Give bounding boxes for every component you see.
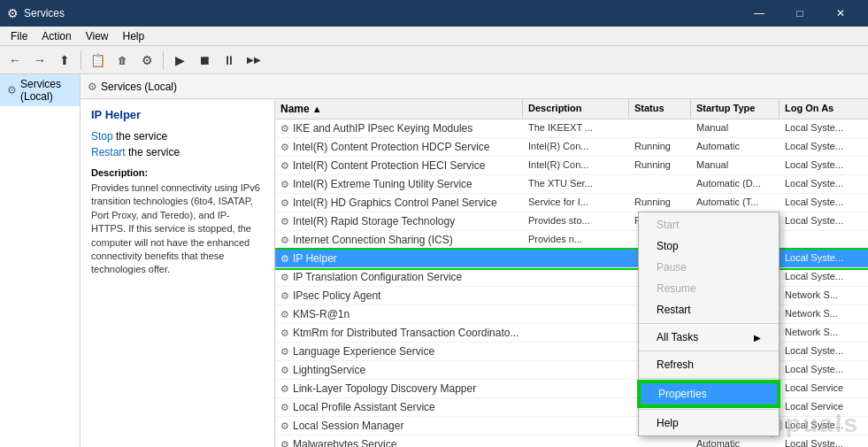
context-menu-item-label: Stop <box>657 240 679 252</box>
table-row[interactable]: ⚙ Intel(R) Content Protection HECI Servi… <box>275 157 868 175</box>
stop-link[interactable]: Stop <box>91 130 113 143</box>
close-button[interactable]: ✕ <box>820 0 861 27</box>
menu-file[interactable]: File <box>4 28 35 44</box>
desc-text: Provides tunnel connectivity using IPv6 … <box>91 181 264 277</box>
minimize-button[interactable]: — <box>739 0 780 27</box>
forward-button[interactable]: → <box>28 50 51 71</box>
col-desc-header[interactable]: Description <box>523 99 629 119</box>
service-icon: ⚙ <box>280 197 289 209</box>
up-button[interactable]: ⬆ <box>53 50 76 71</box>
service-icon: ⚙ <box>280 328 289 339</box>
context-menu-item-resume: Resume <box>639 278 779 299</box>
title-bar-title: Services <box>24 7 65 19</box>
service-icon: ⚙ <box>280 142 289 153</box>
context-menu-item-help[interactable]: Help <box>639 412 779 434</box>
tree-item-label: Services (Local) <box>20 78 73 103</box>
service-row-desc <box>523 268 629 286</box>
restart-link[interactable]: Restart <box>91 146 126 158</box>
service-row-logon <box>780 231 868 249</box>
menu-help[interactable]: Help <box>116 28 152 44</box>
context-menu-item-refresh[interactable]: Refresh <box>639 354 779 375</box>
service-row-name: IP Helper <box>293 252 337 265</box>
context-menu-item-all-tasks[interactable]: All Tasks▶ <box>639 327 779 348</box>
table-row[interactable]: ⚙ Malwarebytes Service Automatic Local S… <box>275 435 868 447</box>
service-row-logon: Local Syste... <box>780 343 868 360</box>
context-menu: StartStopPauseResumeRestartAll Tasks▶Ref… <box>638 212 780 436</box>
back-button[interactable]: ← <box>4 50 27 71</box>
context-menu-separator <box>639 409 779 410</box>
pause-button[interactable]: ⏸ <box>218 50 241 71</box>
service-row-logon: Local Syste... <box>780 212 868 230</box>
stop-button[interactable]: ⏹ <box>193 50 216 71</box>
service-icon: ⚙ <box>280 179 289 190</box>
col-logon-header[interactable]: Log On As <box>780 99 868 119</box>
service-row-logon: Local Syste... <box>780 119 868 137</box>
context-menu-separator <box>639 323 779 324</box>
service-row-desc <box>523 250 629 267</box>
table-row[interactable]: ⚙ Intel(R) Content Protection HDCP Servi… <box>275 138 868 157</box>
context-menu-item-stop[interactable]: Stop <box>639 235 779 257</box>
service-row-name: Local Session Manager <box>293 420 403 432</box>
service-row-name: Language Experience Service <box>293 345 434 358</box>
context-menu-item-label: Start <box>657 219 679 231</box>
table-row[interactable]: ⚙ Intel(R) Extreme Tuning Utility Servic… <box>275 175 868 194</box>
main-area: ⚙ Services (Local) ⚙ Services (Local) IP… <box>0 74 868 447</box>
service-row-name: Local Profile Assistant Service <box>293 401 435 413</box>
col-name-header[interactable]: Name ▲ <box>275 99 523 119</box>
service-row-status <box>629 435 691 447</box>
menu-view[interactable]: View <box>79 28 116 44</box>
service-row-name: LightingService <box>293 364 365 376</box>
service-row-status <box>629 175 691 193</box>
service-icon: ⚙ <box>280 420 289 432</box>
table-row[interactable]: ⚙ IKE and AuthIP IPsec Keying Modules Th… <box>275 119 868 138</box>
context-menu-separator <box>639 378 779 379</box>
service-row-desc <box>523 324 629 342</box>
breadcrumb-icon: ⚙ <box>88 81 97 93</box>
service-row-name: Malwarebytes Service <box>293 438 396 447</box>
stop-action: Stop the service <box>91 130 264 143</box>
properties-button[interactable]: ⚙ <box>135 50 158 71</box>
service-icon: ⚙ <box>280 383 289 395</box>
service-row-name: Intel(R) Content Protection HECI Service <box>293 159 485 172</box>
context-menu-item-label: Help <box>657 417 679 429</box>
desc-title: Description: <box>91 167 264 178</box>
menu-action[interactable]: Action <box>35 28 78 44</box>
context-menu-item-label: Refresh <box>657 358 694 371</box>
tree-item-services-local[interactable]: ⚙ Services (Local) <box>0 74 80 106</box>
service-icon: ⚙ <box>280 290 289 302</box>
service-icon: ⚙ <box>280 216 289 227</box>
context-menu-item-label: Pause <box>657 261 687 274</box>
menu-bar: File Action View Help <box>0 27 868 46</box>
service-row-name: IP Translation Configuration Service <box>293 271 462 283</box>
table-row[interactable]: ⚙ Intel(R) HD Graphics Control Panel Ser… <box>275 194 868 212</box>
service-row-desc <box>523 305 629 323</box>
service-row-desc <box>523 287 629 304</box>
service-info-panel: IP Helper Stop the service Restart the s… <box>81 99 275 447</box>
service-row-logon: Local Service <box>780 380 868 397</box>
copy-button[interactable]: 📋 <box>86 50 109 71</box>
context-menu-item-properties[interactable]: Properties <box>639 381 779 406</box>
service-icon: ⚙ <box>280 160 289 172</box>
service-row-name: KtmRm for Distributed Transaction Coordi… <box>293 327 518 339</box>
title-bar-icon: ⚙ <box>7 6 19 20</box>
play-button[interactable]: ▶ <box>168 50 191 71</box>
service-icon: ⚙ <box>280 272 289 283</box>
restart-action: Restart the service <box>91 146 264 158</box>
service-name: IP Helper <box>91 108 264 121</box>
services-breadcrumb: ⚙ Services (Local) <box>81 74 868 99</box>
maximize-button[interactable]: □ <box>780 0 820 27</box>
service-row-startup: Automatic <box>691 435 780 447</box>
service-row-desc: Provides sto... <box>523 212 629 230</box>
service-row-status <box>629 119 691 137</box>
service-row-startup: Automatic <box>691 138 780 156</box>
stop-text: the service <box>116 130 167 143</box>
col-status-header[interactable]: Status <box>629 99 691 119</box>
paste-button[interactable]: 🗑 <box>111 50 134 71</box>
restart-button[interactable]: ▶▶ <box>242 50 265 71</box>
context-menu-item-pause: Pause <box>639 257 779 278</box>
service-row-startup: Manual <box>691 157 780 174</box>
context-menu-item-restart[interactable]: Restart <box>639 299 779 320</box>
tree-item-icon: ⚙ <box>7 84 17 96</box>
col-startup-header[interactable]: Startup Type <box>691 99 780 119</box>
service-row-startup: Manual <box>691 119 780 137</box>
